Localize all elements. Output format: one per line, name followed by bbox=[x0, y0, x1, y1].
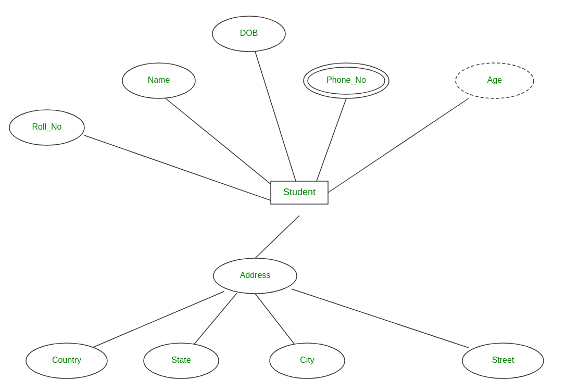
er-diagram: DOB Name Phone_No Age Roll_No Student Ad… bbox=[0, 0, 579, 392]
state-label: State bbox=[171, 356, 191, 364]
line-student-address bbox=[255, 216, 299, 258]
address-label: Address bbox=[240, 271, 271, 280]
street-label: Street bbox=[492, 356, 514, 364]
line-address-street bbox=[292, 289, 469, 348]
dob-label: DOB bbox=[240, 29, 258, 37]
line-address-state bbox=[192, 293, 237, 347]
line-student-dob bbox=[255, 52, 299, 193]
line-student-name bbox=[166, 98, 281, 193]
line-address-country bbox=[90, 292, 224, 349]
name-label: Name bbox=[148, 75, 170, 84]
age-label: Age bbox=[487, 75, 502, 84]
line-student-rollno bbox=[84, 135, 271, 200]
line-student-age bbox=[328, 98, 469, 193]
line-student-phone bbox=[312, 98, 346, 193]
phone-label: Phone_No bbox=[326, 75, 366, 85]
city-label: City bbox=[300, 356, 314, 364]
country-label: Country bbox=[52, 356, 81, 364]
rollno-label: Roll_No bbox=[32, 122, 62, 132]
student-label: Student bbox=[283, 187, 316, 197]
line-address-city bbox=[255, 294, 297, 347]
